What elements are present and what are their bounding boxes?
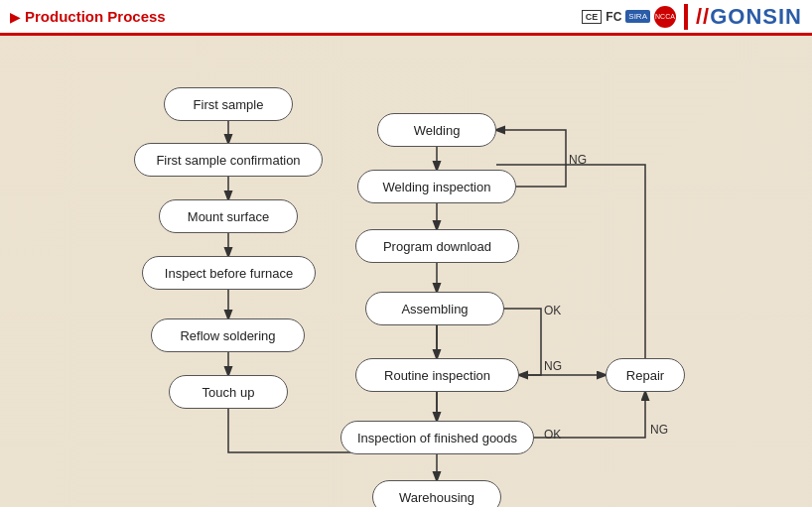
page-header: ▶ Production Process CE FC SIRA NCCA //G… (0, 0, 812, 36)
box-repair: Repair (606, 358, 685, 392)
box-inspect-furnace: Inspect before furnace (142, 256, 316, 290)
ok-label-1: OK (544, 304, 561, 317)
cert-icons: CE FC SIRA NCCA (582, 6, 676, 28)
box-first-sample: First sample (164, 87, 293, 121)
box-reflow: Reflow soldering (151, 318, 305, 352)
box-first-sample-conf: First sample confirmation (134, 143, 323, 177)
box-insp-finished: Inspection of finished goods (340, 421, 534, 454)
main-content: First sample First sample confirmation M… (0, 36, 812, 507)
ng-label-3: NG (650, 423, 668, 437)
page-title: Production Process (25, 8, 166, 25)
box-mount-surface: Mount surface (159, 199, 298, 233)
box-welding-insp: Welding inspection (357, 170, 516, 203)
ce-cert: CE (582, 10, 603, 24)
box-assembling: Assembling (365, 292, 504, 325)
ng-label-1: NG (569, 153, 587, 167)
box-welding: Welding (377, 113, 496, 147)
box-warehousing: Warehousing (372, 480, 501, 507)
company-logo: //GONSIN (684, 4, 802, 30)
fc-cert: FC (606, 10, 621, 24)
box-prog-download: Program download (355, 229, 519, 263)
ng-label-2: NG (544, 359, 562, 373)
ncca-cert: NCCA (654, 6, 676, 28)
box-touch-up: Touch up (169, 375, 288, 409)
flowchart-container: First sample First sample confirmation M… (0, 36, 812, 507)
header-arrow-icon: ▶ (10, 9, 21, 25)
header-title-group: ▶ Production Process (10, 8, 166, 25)
ok-label-2: OK (544, 428, 561, 442)
box-routine-insp: Routine inspection (355, 358, 519, 392)
header-right-group: CE FC SIRA NCCA //GONSIN (582, 4, 802, 30)
sira-cert: SIRA (625, 10, 650, 23)
